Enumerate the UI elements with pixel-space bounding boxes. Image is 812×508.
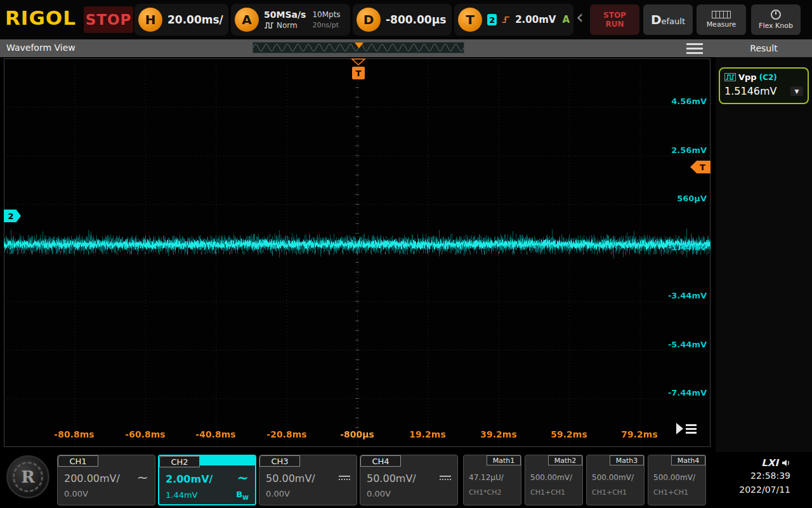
- channel4-tab: CH4: [360, 455, 401, 467]
- default-rest: efault: [662, 17, 686, 26]
- channel-status-bar: R CH1 200.00mV/ ~ 0.00V CH2 2.00mV/ ~ 1.…: [0, 452, 812, 508]
- math1-tab: Math1: [487, 455, 521, 465]
- lxi-label: LXI: [761, 457, 778, 469]
- flex-knob-label: Flex Knob: [759, 22, 793, 30]
- horizontal-badge: H: [138, 8, 162, 32]
- channel2-active-strip: [200, 456, 255, 465]
- time-label: 79.2ms: [611, 429, 668, 439]
- channel2-offset: 1.44mV: [166, 490, 198, 500]
- flex-knob-button[interactable]: Flex Knob: [751, 4, 801, 35]
- channel3-offset: 0.00V: [266, 489, 290, 498]
- bandwidth-limit-icon: BW: [236, 490, 249, 501]
- measurement-waveform-icon: [724, 73, 736, 81]
- time-label: 19.2ms: [399, 429, 456, 439]
- channel1-offset: 0.00V: [64, 489, 88, 498]
- dc-coupling-icon: [339, 476, 350, 481]
- channel-card-ch1[interactable]: CH1 200.00mV/ ~ 0.00V: [57, 455, 155, 505]
- default-button[interactable]: Default: [643, 4, 693, 35]
- speaker-icon[interactable]: [782, 459, 790, 467]
- voltage-label: 4.56mV: [671, 97, 707, 106]
- channel-card-ch4[interactable]: CH4 50.00mV/ 0.00V: [360, 455, 458, 505]
- dropdown-arrow-icon[interactable]: ▼: [790, 86, 803, 96]
- rigol-logo: RIGOL: [5, 6, 76, 29]
- stop-label: STOP: [603, 11, 626, 20]
- rigol-gear-icon: R: [21, 467, 35, 486]
- clock-date: 2022/07/11: [716, 483, 790, 497]
- dc-coupling-icon: [440, 476, 451, 481]
- time-label-center: -800µs: [329, 429, 386, 439]
- trigger-level-value: 2.00mV: [515, 14, 556, 25]
- voltage-label: -3.44mV: [668, 291, 707, 300]
- time-label: -40.8ms: [187, 429, 244, 439]
- default-initial: D: [651, 12, 662, 27]
- math3-expression: CH1+CH1: [592, 488, 627, 497]
- clock-time: 22:58:39: [716, 469, 790, 483]
- channel3-tab: CH3: [259, 455, 300, 467]
- menu-icon[interactable]: [686, 43, 703, 54]
- voltage-label: 560µV: [677, 194, 707, 203]
- measurement-name: Vpp: [738, 72, 757, 82]
- result-panel-title: Result: [716, 39, 812, 57]
- result-panel: Result Vpp (C2) 1.5146mV ▼: [716, 39, 812, 452]
- top-status-bar: RIGOL STOP H 20.00ms/ A 50MSa/s Norm 10M…: [0, 0, 812, 39]
- trigger-sweep-mode: A: [562, 14, 570, 25]
- waveform-overview-strip[interactable]: [252, 42, 464, 53]
- math-card-math2[interactable]: Math2 500.00mV/ CH1+CH1: [525, 455, 583, 505]
- delay-badge: D: [357, 8, 381, 32]
- sample-rate-value: 50MSa/s: [264, 10, 306, 20]
- channel2-tab: CH2: [159, 456, 200, 467]
- voltage-label: -5.44mV: [668, 340, 707, 349]
- rising-edge-icon: [502, 13, 510, 26]
- channel-card-ch2[interactable]: CH2 2.00mV/ ~ 1.44mV BW: [158, 455, 256, 505]
- measurement-vpp-card[interactable]: Vpp (C2) 1.5146mV ▼: [719, 67, 809, 104]
- math4-expression: CH1+CH1: [653, 488, 688, 497]
- waveform-canvas[interactable]: [4, 58, 710, 447]
- time-label: 39.2ms: [470, 429, 527, 439]
- trigger-badge: T: [458, 8, 482, 32]
- stop-run-button[interactable]: STOP RUN: [590, 4, 639, 35]
- trigger-source-chip: 2: [487, 14, 497, 25]
- time-label: -80.8ms: [46, 429, 103, 439]
- menu-collapse-icon[interactable]: [676, 423, 697, 434]
- memory-depth: 10Mpts: [312, 10, 340, 19]
- math1-expression: CH1*CH2: [469, 488, 501, 497]
- acquisition-badge: A: [235, 8, 259, 32]
- horizontal-control[interactable]: H 20.00ms/: [134, 4, 228, 36]
- math2-expression: CH1+CH1: [530, 488, 565, 497]
- waveform-display[interactable]: T 2 T 4.56mV 2.56mV 560µV -1.44mV -3.44m…: [4, 58, 710, 447]
- trigger-position-marker-icon[interactable]: [351, 58, 366, 65]
- voltage-label: -7.44mV: [668, 388, 707, 398]
- channel1-scale: 200.00mV/: [64, 472, 120, 485]
- channel1-tab: CH1: [58, 455, 98, 467]
- measure-label: Measure: [707, 20, 737, 29]
- channel4-scale: 50.00mV/: [367, 472, 416, 485]
- trigger-position-mini-marker[interactable]: [355, 43, 363, 48]
- math-card-math4[interactable]: Math4 500.00mV/ CH1+CH1: [648, 455, 706, 505]
- voltage-label: -1.44mV: [668, 243, 707, 252]
- trigger-control[interactable]: T 2 2.00mV A: [454, 4, 573, 36]
- trigger-position-marker[interactable]: T: [352, 67, 365, 79]
- channel3-scale: 50.00mV/: [266, 472, 315, 485]
- delay-value: -800.00µs: [386, 13, 446, 26]
- run-state-indicator[interactable]: STOP: [84, 6, 133, 33]
- acquisition-control[interactable]: A 50MSa/s Norm 10Mpts 20ns/pt: [231, 4, 350, 36]
- channel2-scale: 2.00mV/: [166, 473, 213, 485]
- acquire-mode: Norm: [277, 21, 298, 30]
- time-label: -60.8ms: [117, 429, 174, 439]
- delay-control[interactable]: D -800.00µs: [353, 4, 452, 36]
- collapse-chevron-icon[interactable]: ‹: [576, 8, 584, 27]
- waveform-view-title: Waveform View: [6, 43, 75, 53]
- run-label: RUN: [605, 20, 624, 29]
- math-card-math1[interactable]: Math1 47.12µU/ CH1*CH2: [463, 455, 521, 505]
- channel-card-ch3[interactable]: CH3 50.00mV/ 0.00V: [259, 455, 357, 505]
- knob-icon: [771, 10, 781, 20]
- time-label: 59.2ms: [540, 429, 598, 439]
- math2-tab: Math2: [548, 455, 582, 465]
- math4-scale: 500.00mV/: [653, 473, 695, 482]
- measure-button[interactable]: Measure: [697, 4, 746, 35]
- math3-scale: 500.00mV/: [592, 473, 634, 482]
- waveform-view-header: Waveform View: [0, 39, 716, 57]
- rigol-menu-button[interactable]: R: [6, 455, 49, 498]
- math-card-math3[interactable]: Math3 500.00mV/ CH1+CH1: [586, 455, 645, 505]
- system-status: LXI 22:58:39 2022/07/11: [716, 457, 808, 497]
